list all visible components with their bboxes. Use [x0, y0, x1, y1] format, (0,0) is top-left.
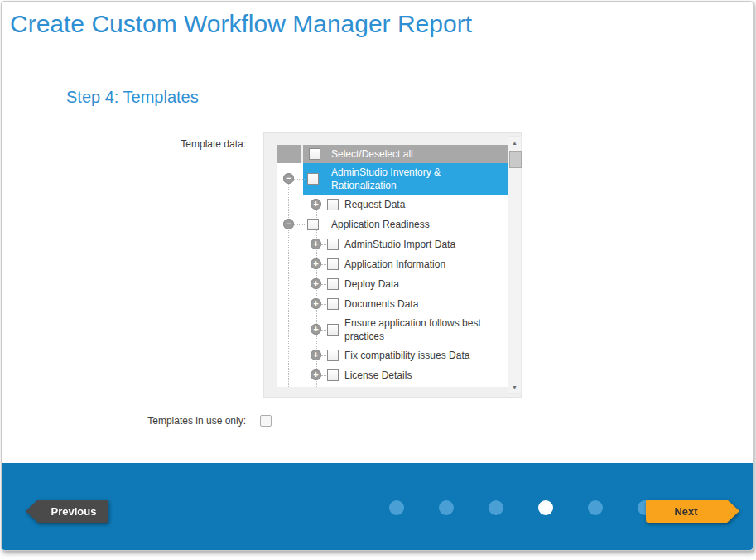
next-label: Next [674, 505, 697, 518]
tree-item-checkbox[interactable] [327, 350, 339, 361]
tree-item[interactable]: +Documents Data [277, 294, 509, 314]
tree-header-row: Select/Deselect all [277, 145, 509, 163]
tree-item-label: License Details [344, 369, 412, 382]
tree-item[interactable]: −Application Readiness [277, 215, 509, 234]
tree-item-label: Ensure application follows best practice… [344, 316, 501, 343]
step-heading: Step 4: Templates [66, 88, 199, 107]
step-dot [588, 500, 603, 515]
tree-item-checkbox[interactable] [307, 219, 319, 230]
tree-connector-dash [293, 179, 308, 180]
tree-item-label: Request Data [344, 198, 405, 211]
tree-item[interactable]: +Application Information [277, 254, 509, 274]
tree-item[interactable]: −AdminStudio Inventory & Rationalization [277, 163, 509, 195]
step-dot [389, 500, 404, 515]
wizard-window: Create Custom Workflow Manager Report St… [1, 1, 754, 551]
tree-item-checkbox[interactable] [327, 369, 339, 381]
header-main-cell: Select/Deselect all [303, 145, 509, 163]
tree-item-label: AdminStudio Import Data [344, 238, 455, 251]
previous-label: Previous [51, 505, 97, 518]
expand-icon[interactable]: + [311, 199, 321, 210]
step-dot-active [538, 500, 553, 515]
tree-item-checkbox[interactable] [327, 278, 339, 290]
expand-icon[interactable]: + [311, 258, 321, 269]
template-data-label: Template data: [126, 138, 246, 150]
tree-scrollbar[interactable]: ▲ ▼ [508, 136, 522, 394]
tree-item-checkbox[interactable] [327, 199, 339, 210]
tree-item-label: Application Information [344, 258, 445, 271]
tree-item[interactable]: +Deploy Data [277, 274, 509, 294]
scroll-down-icon[interactable]: ▼ [508, 384, 521, 390]
tree-item-checkbox[interactable] [327, 298, 339, 310]
templates-in-use-label: Templates in use only: [68, 415, 246, 427]
tree-item[interactable]: +License Details [277, 365, 509, 385]
tree-item-label: AdminStudio Inventory & Rationalization [331, 166, 499, 192]
tree-item-label: Documents Data [344, 297, 418, 311]
wizard-footer: Previous Next [2, 463, 753, 550]
templates-in-use-checkbox[interactable] [260, 415, 272, 427]
collapse-icon[interactable]: − [283, 173, 294, 184]
tree-item-checkbox[interactable] [327, 258, 339, 270]
header-corner-cell [277, 145, 301, 163]
tree-item-label: Deploy Data [344, 278, 399, 291]
collapse-icon[interactable]: − [283, 219, 294, 229]
tree-item-checkbox[interactable] [327, 324, 339, 336]
tree-rows: −AdminStudio Inventory & Rationalization… [277, 163, 509, 387]
template-tree-panel: Select/Deselect all −AdminStudio Invento… [263, 132, 522, 398]
tree-item-label: Fix compatibility issues Data [344, 349, 469, 362]
tree-item[interactable]: +Request Data [277, 195, 509, 215]
tree-connector-dash [293, 224, 308, 225]
previous-button[interactable]: Previous [26, 500, 108, 523]
template-tree-grid: Select/Deselect all −AdminStudio Invento… [277, 145, 509, 387]
expand-icon[interactable]: + [311, 239, 321, 249]
expand-icon[interactable]: + [311, 350, 321, 360]
expand-icon[interactable]: + [311, 278, 321, 289]
expand-icon[interactable]: + [311, 324, 321, 335]
page-title: Create Custom Workflow Manager Report [10, 10, 472, 38]
tree-item-checkbox[interactable] [307, 173, 319, 185]
select-all-label: Select/Deselect all [331, 148, 413, 160]
expand-icon[interactable]: + [311, 298, 321, 309]
scroll-up-icon[interactable]: ▲ [508, 140, 521, 146]
step-dot [439, 500, 454, 515]
select-all-checkbox[interactable] [309, 148, 320, 160]
tree-item[interactable]: +Ensure application follows best practic… [277, 314, 509, 345]
tree-item-checkbox[interactable] [327, 239, 339, 250]
step-dot [489, 500, 503, 515]
tree-item-label: Application Readiness [331, 218, 430, 231]
tree-item[interactable]: +Fix compatibility issues Data [277, 345, 509, 365]
step-indicator-dots [389, 500, 652, 515]
expand-icon[interactable]: + [311, 369, 321, 380]
next-button[interactable]: Next [646, 500, 739, 523]
scrollbar-thumb[interactable] [509, 151, 522, 168]
tree-item[interactable]: +AdminStudio Import Data [277, 234, 509, 254]
